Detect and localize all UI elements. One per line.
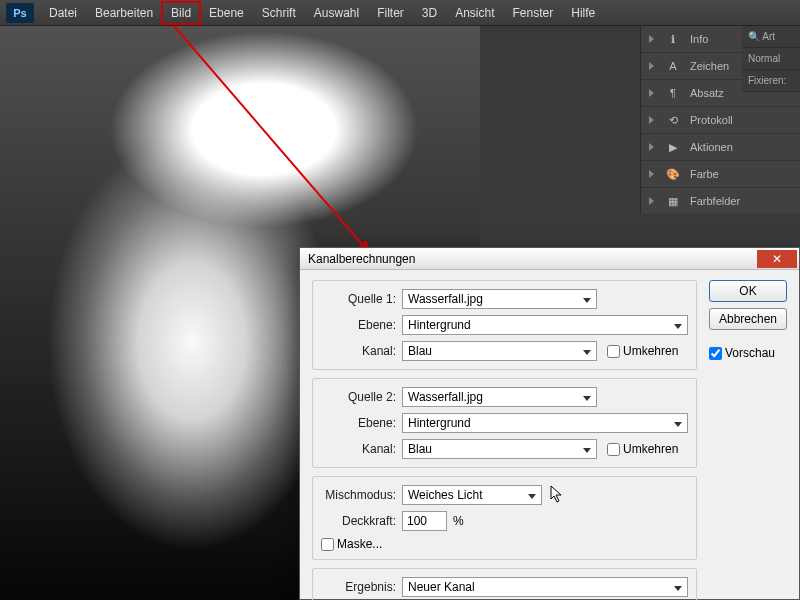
main-menu: DateiBearbeitenBildEbeneSchriftAuswahlFi… bbox=[40, 2, 604, 24]
menu-schrift[interactable]: Schrift bbox=[253, 2, 305, 24]
blend-mode-label: Mischmodus: bbox=[321, 488, 396, 502]
source2-file-select[interactable]: Wasserfall.jpg bbox=[402, 387, 597, 407]
type-icon: A bbox=[664, 59, 682, 73]
chevron-down-icon bbox=[583, 350, 591, 355]
result-group: Ergebnis: Neuer Kanal bbox=[312, 568, 697, 600]
blend-group: Mischmodus: Weiches Licht Deckkraft: % M… bbox=[312, 476, 697, 560]
dialog-title: Kanalberechnungen bbox=[308, 252, 415, 266]
menu-bar: Ps DateiBearbeitenBildEbeneSchriftAuswah… bbox=[0, 0, 800, 26]
source1-file-select[interactable]: Wasserfall.jpg bbox=[402, 289, 597, 309]
result-label: Ergebnis: bbox=[321, 580, 396, 594]
cancel-button[interactable]: Abbrechen bbox=[709, 308, 787, 330]
blend-mode-row[interactable]: Normal bbox=[742, 48, 800, 70]
search-row[interactable]: 🔍 Art bbox=[742, 26, 800, 48]
source2-channel-select[interactable]: Blau bbox=[402, 439, 597, 459]
source2-group: Quelle 2: Wasserfall.jpg Ebene: Hintergr… bbox=[312, 378, 697, 468]
source1-group: Quelle 1: Wasserfall.jpg Ebene: Hintergr… bbox=[312, 280, 697, 370]
expand-icon bbox=[649, 143, 654, 151]
panel-label: Info bbox=[690, 33, 708, 45]
palette-icon: 🎨 bbox=[664, 167, 682, 181]
chevron-down-icon bbox=[583, 448, 591, 453]
close-button[interactable]: ✕ bbox=[757, 250, 797, 268]
menu-3d[interactable]: 3D bbox=[413, 2, 446, 24]
ok-button[interactable]: OK bbox=[709, 280, 787, 302]
mouse-cursor-icon bbox=[550, 485, 564, 503]
source2-invert-checkbox[interactable]: Umkehren bbox=[607, 442, 678, 456]
menu-filter[interactable]: Filter bbox=[368, 2, 413, 24]
panel-label: Farbe bbox=[690, 168, 719, 180]
source1-layer-select[interactable]: Hintergrund bbox=[402, 315, 688, 335]
source2-layer-select[interactable]: Hintergrund bbox=[402, 413, 688, 433]
options-strip: 🔍 Art Normal Fixieren: bbox=[742, 26, 800, 92]
history-icon: ⟲ bbox=[664, 113, 682, 127]
chevron-down-icon bbox=[583, 298, 591, 303]
source1-label: Quelle 1: bbox=[321, 292, 396, 306]
source1-channel-label: Kanal: bbox=[321, 344, 396, 358]
expand-icon bbox=[649, 197, 654, 205]
paragraph-icon: ¶ bbox=[664, 86, 682, 100]
menu-ansicht[interactable]: Ansicht bbox=[446, 2, 503, 24]
lock-row: Fixieren: bbox=[742, 70, 800, 92]
play-icon: ▶ bbox=[664, 140, 682, 154]
swatches-icon: ▦ bbox=[664, 194, 682, 208]
expand-icon bbox=[649, 116, 654, 124]
panel-label: Protokoll bbox=[690, 114, 733, 126]
source1-layer-label: Ebene: bbox=[321, 318, 396, 332]
mask-checkbox[interactable]: Maske... bbox=[321, 537, 382, 551]
menu-datei[interactable]: Datei bbox=[40, 2, 86, 24]
opacity-input[interactable] bbox=[402, 511, 447, 531]
chevron-down-icon bbox=[528, 494, 536, 499]
chevron-down-icon bbox=[583, 396, 591, 401]
info-icon: ℹ bbox=[664, 32, 682, 46]
panel-label: Zeichen bbox=[690, 60, 729, 72]
source1-invert-checkbox[interactable]: Umkehren bbox=[607, 344, 678, 358]
blend-mode-select[interactable]: Weiches Licht bbox=[402, 485, 542, 505]
expand-icon bbox=[649, 89, 654, 97]
menu-bild[interactable]: Bild bbox=[162, 2, 200, 24]
panel-farbe[interactable]: 🎨Farbe bbox=[641, 160, 800, 187]
source1-channel-select[interactable]: Blau bbox=[402, 341, 597, 361]
panel-aktionen[interactable]: ▶Aktionen bbox=[641, 133, 800, 160]
panel-label: Aktionen bbox=[690, 141, 733, 153]
expand-icon bbox=[649, 62, 654, 70]
opacity-label: Deckkraft: bbox=[321, 514, 396, 528]
menu-hilfe[interactable]: Hilfe bbox=[562, 2, 604, 24]
menu-bearbeiten[interactable]: Bearbeiten bbox=[86, 2, 162, 24]
panel-label: Farbfelder bbox=[690, 195, 740, 207]
panel-protokoll[interactable]: ⟲Protokoll bbox=[641, 106, 800, 133]
menu-auswahl[interactable]: Auswahl bbox=[305, 2, 368, 24]
result-select[interactable]: Neuer Kanal bbox=[402, 577, 688, 597]
menu-ebene[interactable]: Ebene bbox=[200, 2, 253, 24]
expand-icon bbox=[649, 35, 654, 43]
source2-label: Quelle 2: bbox=[321, 390, 396, 404]
menu-fenster[interactable]: Fenster bbox=[504, 2, 563, 24]
chevron-down-icon bbox=[674, 422, 682, 427]
opacity-percent: % bbox=[453, 514, 464, 528]
preview-checkbox[interactable]: Vorschau bbox=[709, 346, 787, 360]
panel-farbfelder[interactable]: ▦Farbfelder bbox=[641, 187, 800, 214]
source2-layer-label: Ebene: bbox=[321, 416, 396, 430]
calculations-dialog: Kanalberechnungen ✕ Quelle 1: Wasserfall… bbox=[299, 247, 800, 600]
chevron-down-icon bbox=[674, 324, 682, 329]
panel-label: Absatz bbox=[690, 87, 724, 99]
app-badge: Ps bbox=[6, 3, 34, 23]
source2-channel-label: Kanal: bbox=[321, 442, 396, 456]
chevron-down-icon bbox=[674, 586, 682, 591]
dialog-titlebar[interactable]: Kanalberechnungen ✕ bbox=[300, 248, 799, 270]
expand-icon bbox=[649, 170, 654, 178]
